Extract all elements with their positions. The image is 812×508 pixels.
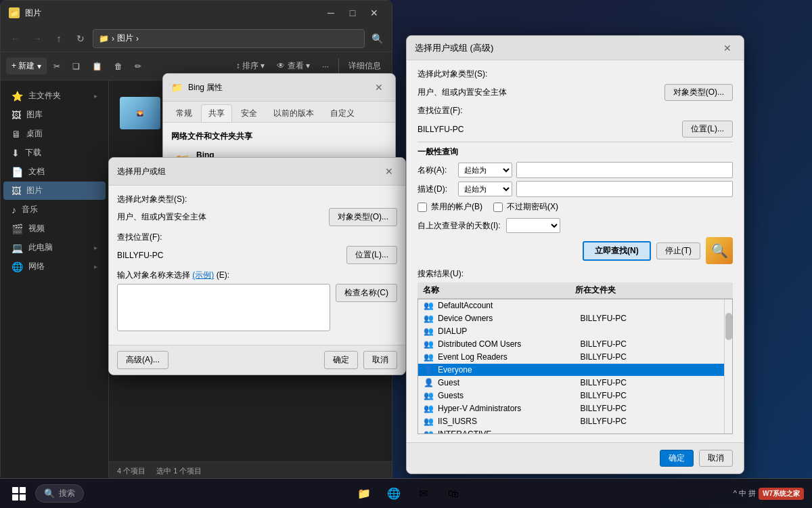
- su-object-type-btn[interactable]: 对象类型(O)...: [329, 208, 397, 226]
- sad-results-scroll-container[interactable]: 👥 DefaultAccount 👥 Device Owners BILLYFU…: [418, 299, 733, 434]
- forward-button[interactable]: →: [28, 29, 47, 48]
- more-button[interactable]: ···: [317, 59, 334, 74]
- sort-button[interactable]: ↕ 排序 ▾: [231, 58, 271, 75]
- sad-titlebar: 选择用户或组 (高级) ✕: [407, 36, 744, 60]
- result-row-iis[interactable]: 👥 IIS_IUSRS BILLYFU-PC: [418, 415, 724, 428]
- result-row-hyperv[interactable]: 👥 Hyper-V Administrators BILLYFU-PC: [418, 402, 724, 415]
- sad-object-type-btn[interactable]: 对象类型(O)...: [664, 84, 733, 101]
- sidebar-item-music[interactable]: ♪ 音乐: [3, 200, 106, 219]
- search-button[interactable]: 🔍: [367, 29, 386, 48]
- sad-close-btn[interactable]: ✕: [719, 40, 736, 56]
- back-button[interactable]: ←: [6, 29, 25, 48]
- sad-name-input[interactable]: [516, 162, 733, 178]
- taskbar-browser-app[interactable]: 🌐: [380, 482, 407, 506]
- sad-disabled-checkbox[interactable]: [418, 203, 427, 212]
- sidebar-item-home[interactable]: ⭐ 主文件夹 ▸: [3, 87, 106, 105]
- new-button[interactable]: + 新建 ▾: [6, 58, 47, 75]
- sad-name-condition[interactable]: 起始为: [458, 163, 512, 177]
- tray-logo: W7系统之家: [759, 488, 804, 500]
- tab-custom[interactable]: 自定义: [323, 104, 362, 122]
- su-dialog-close[interactable]: ✕: [381, 163, 397, 179]
- scrollbar-thumb[interactable]: [725, 313, 732, 340]
- expand-icon: ▸: [94, 244, 97, 251]
- rename-button[interactable]: ✏: [129, 59, 147, 74]
- result-row-event-log[interactable]: 👥 Event Log Readers BILLYFU-PC: [418, 351, 724, 364]
- su-location-btn[interactable]: 位置(L)...: [346, 246, 397, 264]
- sidebar-item-computer[interactable]: 💻 此电脑 ▸: [3, 238, 106, 257]
- result-row-everyone[interactable]: 👤 Everyone: [418, 364, 724, 377]
- su-example-link[interactable]: (示例): [192, 270, 214, 280]
- su-cancel-btn[interactable]: 取消: [363, 351, 397, 369]
- tab-general[interactable]: 常规: [168, 104, 200, 122]
- result-row-device-owners[interactable]: 👥 Device Owners BILLYFU-PC: [418, 312, 724, 325]
- paste-icon: 📋: [92, 62, 102, 71]
- paste-button[interactable]: 📋: [87, 59, 108, 74]
- sad-desc-row: 描述(D): 起始为: [418, 181, 733, 197]
- desktop-icon: 🖥: [12, 129, 21, 140]
- address-path: 图片: [117, 33, 133, 44]
- result-name: Everyone: [438, 365, 577, 375]
- sidebar-item-gallery[interactable]: 🖼 图库: [3, 106, 106, 124]
- sad-location-btn[interactable]: 位置(L)...: [682, 121, 733, 137]
- desktop: 📁 图片 ─ □ ✕ ← → ↑ ↻ 📁 › 图片 › 🔍 + 新建: [0, 0, 812, 508]
- tab-security[interactable]: 安全: [233, 104, 265, 122]
- sidebar-item-downloads[interactable]: ⬇ 下载: [3, 144, 106, 162]
- sort-label: ↕ 排序 ▾: [236, 60, 265, 72]
- copy-button[interactable]: ❏: [67, 59, 85, 74]
- result-row-guests[interactable]: 👥 Guests BILLYFU-PC: [418, 389, 724, 402]
- refresh-button[interactable]: ↻: [71, 29, 90, 48]
- view-button[interactable]: 👁 查看 ▾: [271, 58, 315, 75]
- sidebar-item-documents[interactable]: 📄 文档: [3, 163, 106, 181]
- sad-days-select[interactable]: [506, 218, 560, 233]
- su-ok-btn[interactable]: 确定: [324, 351, 358, 369]
- su-dialog-titlebar: 选择用户或组 ✕: [109, 158, 405, 186]
- result-row-dialup[interactable]: 👥 DIALUP: [418, 325, 724, 338]
- home-icon: ⭐: [12, 91, 23, 102]
- maximize-button[interactable]: □: [343, 6, 362, 20]
- up-button[interactable]: ↑: [49, 29, 68, 48]
- cut-button[interactable]: ✂: [48, 59, 66, 74]
- result-row-distributed-com[interactable]: 👥 Distributed COM Users BILLYFU-PC: [418, 338, 724, 351]
- result-icon: 👥: [424, 352, 434, 362]
- scrollbar[interactable]: [724, 299, 732, 433]
- taskbar-explorer-app[interactable]: 📁: [351, 482, 378, 506]
- result-row-guest[interactable]: 👤 Guest BILLYFU-PC: [418, 377, 724, 389]
- sidebar-item-videos[interactable]: 🎬 视频: [3, 219, 106, 238]
- sad-stop-btn[interactable]: 停止(T): [656, 242, 700, 259]
- tab-previous[interactable]: 以前的版本: [266, 104, 321, 122]
- sad-search-btn[interactable]: 立即查找(N): [583, 241, 651, 261]
- taskbar-store-app[interactable]: 🛍: [440, 482, 467, 506]
- taskbar-search[interactable]: 🔍 搜索: [35, 484, 84, 503]
- su-check-name-btn[interactable]: 检查名称(C): [336, 284, 397, 302]
- sad-divider: [418, 142, 733, 142]
- close-button[interactable]: ✕: [365, 6, 384, 20]
- share-section-title: 网络文件和文件夹共享: [171, 131, 387, 142]
- sad-disabled-label: 禁用的帐户(B): [431, 201, 482, 213]
- sad-cancel-btn[interactable]: 取消: [699, 450, 733, 467]
- bing-dialog-close[interactable]: ✕: [371, 79, 387, 96]
- start-button[interactable]: [5, 483, 32, 505]
- tab-share[interactable]: 共享: [201, 104, 232, 122]
- sad-noexpiry-checkbox[interactable]: [493, 203, 503, 212]
- minimize-button[interactable]: ─: [321, 6, 340, 20]
- delete-button[interactable]: 🗑: [109, 59, 128, 74]
- su-advanced-btn[interactable]: 高级(A)...: [117, 351, 168, 369]
- result-name: Guest: [438, 378, 577, 387]
- result-row-interactive[interactable]: 👥 INTERACTIVE: [418, 428, 724, 433]
- copy-icon: ❏: [72, 62, 80, 71]
- sidebar-item-desktop[interactable]: 🖥 桌面: [3, 125, 106, 143]
- sidebar-item-label: 桌面: [26, 128, 43, 140]
- su-location-label: 查找位置(F):: [117, 232, 397, 243]
- result-row-defaultaccount[interactable]: 👥 DefaultAccount: [418, 299, 724, 312]
- result-icon: 👥: [424, 391, 434, 400]
- sad-desc-condition[interactable]: 起始为: [458, 182, 512, 196]
- sidebar-item-pictures[interactable]: 🖼 图片: [3, 182, 106, 200]
- taskbar-mail-app[interactable]: ✉: [410, 482, 437, 506]
- sad-ok-btn[interactable]: 确定: [660, 450, 694, 467]
- su-object-name-input[interactable]: [117, 284, 330, 331]
- address-bar[interactable]: 📁 › 图片 ›: [93, 29, 365, 48]
- sidebar-item-network[interactable]: 🌐 网络 ▸: [3, 257, 106, 276]
- details-button[interactable]: 详细信息: [343, 58, 386, 75]
- result-loc: BILLYFU-PC: [581, 391, 719, 400]
- sad-desc-input[interactable]: [516, 181, 733, 197]
